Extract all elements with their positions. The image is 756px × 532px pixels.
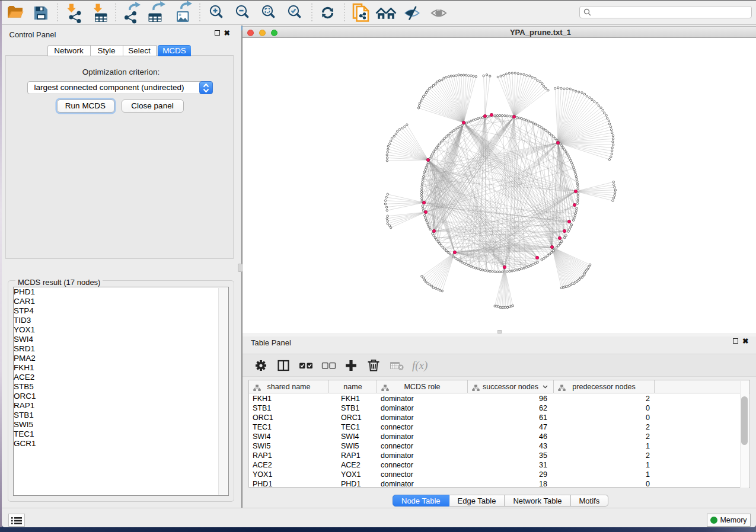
svg-text:f(x): f(x) [412,359,428,372]
